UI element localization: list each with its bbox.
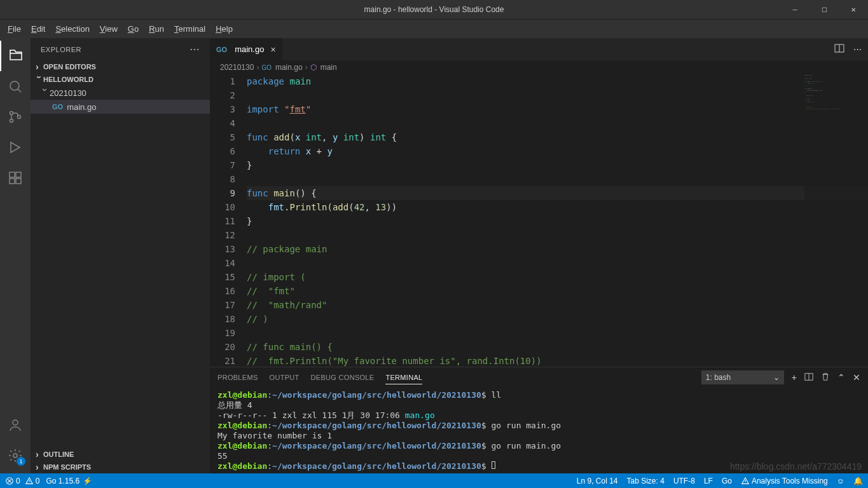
menubar: FileEditSelectionViewGoRunTerminalHelp <box>0 19 868 38</box>
watermark: https://blog.csdn.net/a772304419 <box>730 461 862 471</box>
status-feedback-icon[interactable]: ☺ <box>837 477 844 485</box>
extensions-icon[interactable] <box>0 163 31 193</box>
menu-selection[interactable]: Selection <box>50 20 94 39</box>
status-tab-size[interactable]: Tab Size: 4 <box>627 477 665 485</box>
open-editors-section[interactable]: OPEN EDITORS <box>31 60 210 73</box>
close-button[interactable]: ✕ <box>839 0 868 19</box>
search-icon[interactable] <box>0 71 31 102</box>
menu-edit[interactable]: Edit <box>26 20 50 39</box>
svg-point-8 <box>13 420 18 425</box>
svg-point-2 <box>10 119 13 123</box>
panel-tabs: PROBLEMS OUTPUT DEBUG CONSOLE TERMINAL 1… <box>210 367 868 388</box>
more-actions-icon[interactable]: ⋯ <box>853 44 862 54</box>
split-editor-icon[interactable] <box>834 43 844 55</box>
terminal-content[interactable]: zxl@debian:~/workspace/golang/src/hellow… <box>210 388 868 473</box>
svg-rect-5 <box>10 179 15 184</box>
minimap[interactable]: package main import "fmt" func add(x int… <box>804 74 868 367</box>
new-terminal-icon[interactable]: + <box>792 372 797 383</box>
bottom-panel: PROBLEMS OUTPUT DEBUG CONSOLE TERMINAL 1… <box>210 367 868 473</box>
menu-view[interactable]: View <box>95 20 123 39</box>
symbol-icon: ⬡ <box>310 63 317 72</box>
maximize-panel-icon[interactable]: ⌃ <box>837 372 845 383</box>
status-lang[interactable]: Go <box>722 477 732 485</box>
svg-rect-6 <box>16 179 21 184</box>
svg-point-1 <box>10 112 13 115</box>
tab-main-go[interactable]: GO main.go × <box>210 38 283 60</box>
minimize-button[interactable]: ─ <box>780 0 809 19</box>
settings-icon[interactable]: 1 <box>0 440 31 471</box>
tab-problems[interactable]: PROBLEMS <box>217 371 258 384</box>
status-errors[interactable]: 0 0 <box>5 477 39 485</box>
sidebar-more-icon[interactable]: ⋯ <box>189 43 200 55</box>
menu-run[interactable]: Run <box>144 20 169 39</box>
tree-file-main-go[interactable]: GO main.go <box>31 100 210 114</box>
run-debug-icon[interactable] <box>0 132 31 163</box>
tab-debug-console[interactable]: DEBUG CONSOLE <box>311 371 375 384</box>
close-panel-icon[interactable]: ✕ <box>853 372 860 383</box>
tab-terminal[interactable]: TERMINAL <box>385 371 422 384</box>
status-eol[interactable]: LF <box>704 477 713 485</box>
svg-point-3 <box>18 116 21 119</box>
explorer-icon[interactable] <box>0 41 31 71</box>
menu-terminal[interactable]: Terminal <box>169 20 210 39</box>
titlebar: main.go - helloworld - Visual Studio Cod… <box>0 0 868 19</box>
line-gutter: 123456789101112131415161718192021 <box>210 74 247 367</box>
svg-point-0 <box>10 81 19 90</box>
npm-scripts-section[interactable]: NPM SCRIPTS <box>31 461 210 473</box>
svg-rect-7 <box>16 172 21 177</box>
sidebar-title: EXPLORER <box>41 46 81 53</box>
editor-area: GO main.go × ⋯ 20210130 › GO main.go › ⬡… <box>210 38 868 473</box>
go-file-icon: GO <box>216 46 227 53</box>
status-encoding[interactable]: UTF-8 <box>673 477 695 485</box>
menu-go[interactable]: Go <box>123 20 144 39</box>
go-file-icon: GO <box>52 103 63 111</box>
sidebar-header: EXPLORER ⋯ <box>31 38 210 60</box>
kill-terminal-icon[interactable] <box>821 372 830 383</box>
close-icon[interactable]: × <box>270 44 275 55</box>
window-controls: ─ ☐ ✕ <box>780 0 868 19</box>
svg-rect-4 <box>10 172 15 177</box>
svg-point-9 <box>13 454 17 458</box>
outline-section[interactable]: OUTLINE <box>31 448 210 461</box>
status-go-version[interactable]: Go 1.15.6 ⚡ <box>46 477 92 485</box>
source-control-icon[interactable] <box>0 102 31 132</box>
status-cursor[interactable]: Ln 9, Col 14 <box>577 477 618 485</box>
statusbar: 0 0 Go 1.15.6 ⚡ Ln 9, Col 14 Tab Size: 4… <box>0 473 868 488</box>
menu-help[interactable]: Help <box>210 20 238 39</box>
breadcrumbs[interactable]: 20210130 › GO main.go › ⬡ main <box>210 60 868 74</box>
accounts-icon[interactable] <box>0 410 31 440</box>
code-content[interactable]: package main import "fmt" func add(x int… <box>247 74 868 367</box>
settings-badge: 1 <box>17 457 25 466</box>
menu-file[interactable]: File <box>3 20 26 39</box>
maximize-button[interactable]: ☐ <box>809 0 839 19</box>
editor-body[interactable]: 123456789101112131415161718192021 packag… <box>210 74 868 367</box>
status-bell-icon[interactable]: 🔔 <box>853 477 863 485</box>
sidebar: EXPLORER ⋯ OPEN EDITORS HELLOWORLD 20210… <box>31 38 210 473</box>
split-terminal-icon[interactable] <box>804 372 813 383</box>
project-section[interactable]: HELLOWORLD <box>31 73 210 86</box>
tab-output[interactable]: OUTPUT <box>270 371 300 384</box>
window-title: main.go - helloworld - Visual Studio Cod… <box>364 5 504 14</box>
activity-bar: 1 <box>0 38 31 473</box>
tree-folder[interactable]: 20210130 <box>31 86 210 100</box>
tabs-bar: GO main.go × ⋯ <box>210 38 868 60</box>
terminal-selector[interactable]: 1: bash <box>701 370 784 384</box>
status-analysis-warning[interactable]: Analysis Tools Missing <box>741 477 828 485</box>
go-file-icon: GO <box>261 64 272 71</box>
